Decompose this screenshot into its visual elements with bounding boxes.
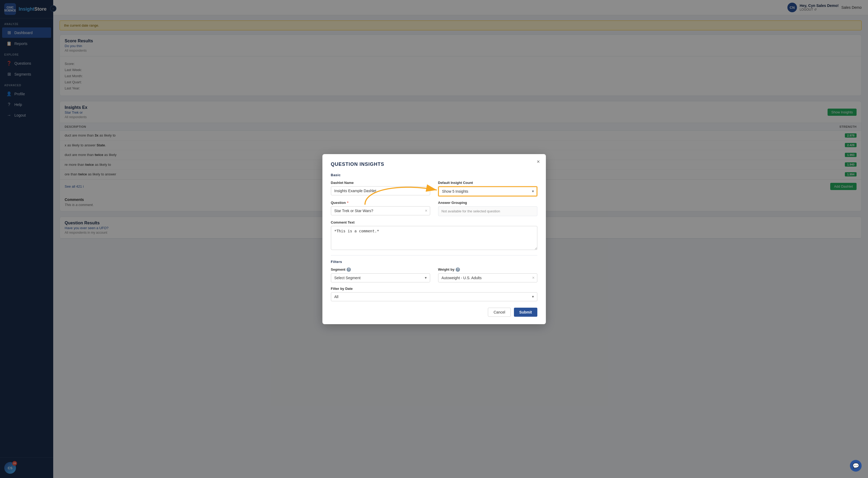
weight-by-label: Weight by ? [438, 267, 537, 272]
weight-by-field: Weight by ? × [438, 267, 537, 282]
answer-grouping-label: Answer Grouping [438, 201, 537, 205]
question-input-wrapper: × [331, 206, 430, 215]
required-star: * [347, 201, 348, 205]
modal-overlay[interactable]: QUESTION INSIGHTS × Basic Dashlet Name D… [0, 0, 868, 478]
filter-by-date-select[interactable]: All Last Week Last Month Last Quarter La… [331, 292, 537, 301]
question-label: Question * [331, 201, 430, 205]
cancel-button[interactable]: Cancel [488, 308, 511, 317]
modal-question-grid: Question * × Answer Grouping Not availab… [331, 201, 537, 216]
default-insight-count-select[interactable]: Show 3 Insights Show 5 Insights Show 10 … [438, 186, 537, 197]
answer-grouping-box: Not available for the selected question [438, 206, 537, 216]
filters-section: Filters Segment ? Select Segment ▼ [331, 255, 537, 301]
segment-select-wrapper: Select Segment ▼ [331, 273, 430, 282]
default-insight-count-wrapper: Show 3 Insights Show 5 Insights Show 10 … [438, 186, 537, 197]
default-insight-count-field: Default Insight Count Show 3 Insights Sh… [438, 181, 537, 197]
comment-text-label: Comment Text [331, 220, 537, 225]
filters-label: Filters [331, 260, 537, 264]
dashlet-name-input[interactable] [331, 186, 430, 196]
filter-by-date-wrapper: All Last Week Last Month Last Quarter La… [331, 292, 537, 301]
question-field: Question * × [331, 201, 430, 216]
segment-info-icon: ? [347, 267, 351, 272]
question-insights-modal: QUESTION INSIGHTS × Basic Dashlet Name D… [322, 154, 546, 324]
filter-by-date-label: Filter by Date [331, 287, 537, 291]
comment-text-field: Comment Text [331, 220, 537, 251]
filters-grid: Segment ? Select Segment ▼ Weight by ? [331, 267, 537, 282]
weight-by-input-wrapper: × [438, 273, 537, 282]
segment-field: Segment ? Select Segment ▼ [331, 267, 430, 282]
filter-by-date-field: Filter by Date All Last Week Last Month … [331, 287, 537, 301]
modal-footer: Cancel Submit [331, 308, 537, 317]
chat-icon[interactable]: 💬 [850, 460, 862, 472]
weight-by-info-icon: ? [456, 267, 460, 272]
filters-divider [331, 255, 537, 256]
default-insight-count-label: Default Insight Count [438, 181, 537, 185]
answer-grouping-field: Answer Grouping Not available for the se… [438, 201, 537, 216]
modal-top-grid: Dashlet Name Default Insight Count Show … [331, 181, 537, 197]
question-clear-button[interactable]: × [425, 208, 427, 213]
segment-label: Segment ? [331, 267, 430, 272]
modal-basic-label: Basic [331, 173, 537, 177]
modal-close-button[interactable]: × [537, 159, 540, 164]
submit-button[interactable]: Submit [514, 308, 537, 317]
modal-title: QUESTION INSIGHTS [331, 161, 537, 167]
segment-select[interactable]: Select Segment [331, 273, 430, 282]
comment-text-input[interactable] [331, 226, 537, 250]
question-input[interactable] [331, 206, 430, 215]
dashlet-name-field: Dashlet Name [331, 181, 430, 197]
dashlet-name-label: Dashlet Name [331, 181, 430, 185]
weight-by-input[interactable] [438, 273, 537, 282]
weight-clear-button[interactable]: × [532, 275, 534, 280]
